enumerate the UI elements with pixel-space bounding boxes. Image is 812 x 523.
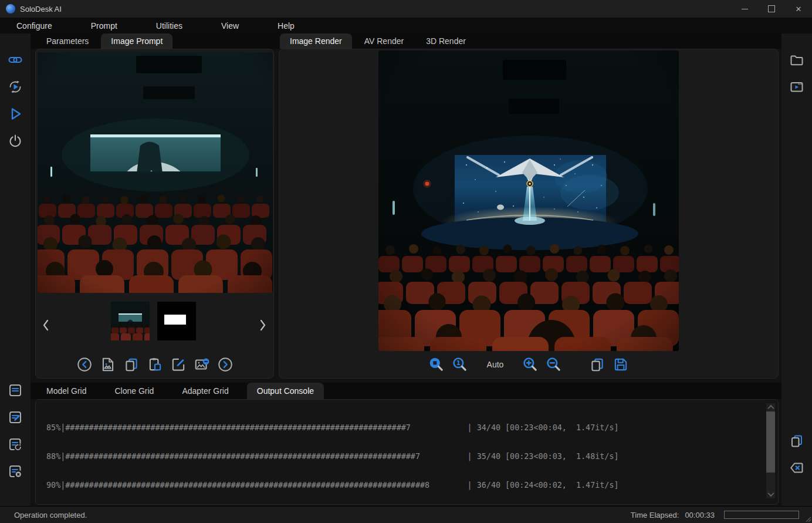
maximize-button[interactable] [758,0,785,18]
edit-log-icon [8,410,23,425]
thumbnail-cinema-image [111,302,150,340]
remove-image-button[interactable] [193,356,211,373]
zoom-fit-icon [428,356,445,373]
console-doc-icon [8,383,23,398]
render-tabs: Image Render AV Render 3D Render [280,33,478,49]
next-circle-icon [217,356,234,373]
tab-output-console[interactable]: Output Console [247,383,324,399]
clear-log-button[interactable] [0,458,31,485]
resize-grip-icon[interactable] [804,515,811,522]
run-button[interactable] [0,100,31,127]
image-file-icon [100,356,116,373]
menu-view[interactable]: View [219,21,241,31]
scroll-down-icon[interactable] [766,490,775,498]
media-window-button[interactable] [781,73,812,100]
titlebar: SoloDesk AI ✕ [0,0,812,18]
prompt-prev-button[interactable] [76,356,93,373]
refresh-log-button[interactable] [0,431,31,458]
menu-prompt[interactable]: Prompt [89,21,120,31]
menu-configure[interactable]: Configure [14,21,55,31]
open-folder-button[interactable] [781,46,812,73]
menu-utilities[interactable]: Utilities [154,21,185,31]
backspace-button[interactable] [781,454,812,481]
thumbnail-cinema[interactable] [111,302,150,340]
tab-model-grid[interactable]: Model Grid [36,383,96,399]
tab-3d-render[interactable]: 3D Render [416,33,476,49]
copy-result-button[interactable] [781,427,812,454]
zoom-fit-button[interactable] [428,356,445,373]
save-render-button[interactable] [612,356,630,373]
zoom-in-button[interactable] [522,356,539,373]
tab-clone-grid[interactable]: Clone Grid [104,383,164,399]
console-line: 90%|####################################… [42,481,760,490]
prev-circle-icon [76,356,93,373]
zoom-actual-icon: 1 [452,356,468,373]
copy-icon [123,356,140,373]
grid-tabs: Model Grid Clone Grid Adapter Grid Outpu… [36,383,332,399]
zoom-actual-button[interactable]: 1 [451,356,469,373]
copy-render-button[interactable] [588,356,606,373]
backspace-icon [789,460,804,475]
thumbnail-strip [36,298,273,352]
link-icon [8,52,23,68]
copy-image-button[interactable] [123,356,140,373]
tab-image-prompt[interactable]: Image Prompt [101,33,172,49]
console-line: 85%|####################################… [42,423,760,433]
paste-icon [147,356,163,373]
run-icon [8,106,23,122]
maximize-icon [768,5,775,12]
thumbnail-mask-image [157,302,196,340]
tab-image-render[interactable]: Image Render [280,33,352,49]
scrollbar-thumb[interactable] [766,411,775,473]
app-icon [6,4,15,14]
menubar: Configure Prompt Utilities View Help [0,18,812,33]
remove-image-icon [194,356,210,373]
copy-pages-icon [789,433,804,448]
status-message: Operation completed. [14,511,87,519]
zoom-out-button[interactable] [545,356,563,373]
load-image-button[interactable] [99,356,117,373]
power-button[interactable] [0,127,31,154]
power-icon [8,133,23,149]
close-button[interactable]: ✕ [785,0,812,18]
scroll-up-icon[interactable] [766,403,775,411]
image-prompt-panel [35,49,274,379]
prompt-image-canvas [38,52,273,293]
render-image-canvas [378,50,679,351]
copy-icon [589,356,605,373]
console-line: 88%|####################################… [42,452,760,461]
statusbar: Operation completed. Time Elapsed: 00:00… [0,506,812,523]
link-button[interactable] [0,46,31,73]
close-icon: ✕ [796,5,802,13]
minimize-icon [742,9,748,9]
tab-parameters[interactable]: Parameters [36,33,99,49]
edit-icon [170,356,187,373]
svg-text:1: 1 [456,360,460,366]
console-doc-button[interactable] [0,377,31,404]
sync-run-button[interactable] [0,73,31,100]
minimize-button[interactable] [731,0,758,18]
thumbnail-mask[interactable] [157,302,196,340]
right-toolbar-rail [781,33,812,506]
prompt-toolbar [36,356,273,373]
render-toolbar: 1 Auto [279,356,778,373]
console-scrollbar[interactable] [766,403,775,498]
thumbnail-prev-button[interactable] [38,316,53,335]
edit-image-button[interactable] [170,356,187,373]
console-output: 85%|####################################… [42,404,760,502]
tab-av-render[interactable]: AV Render [354,33,414,49]
paste-image-button[interactable] [146,356,164,373]
prompt-next-button[interactable] [216,356,234,373]
prompt-tabs: Parameters Image Prompt [36,33,175,49]
menu-help[interactable]: Help [275,21,297,31]
edit-log-button[interactable] [0,404,31,431]
folder-icon [789,52,804,68]
zoom-out-icon [546,356,562,373]
refresh-log-icon [8,437,23,452]
tab-adapter-grid[interactable]: Adapter Grid [172,383,238,399]
zoom-auto-label[interactable]: Auto [487,360,504,369]
thumbnail-next-button[interactable] [255,316,270,335]
time-elapsed-label: Time Elapsed: [631,511,679,519]
app-title: SoloDesk AI [20,5,62,14]
chevron-left-icon [41,318,50,333]
